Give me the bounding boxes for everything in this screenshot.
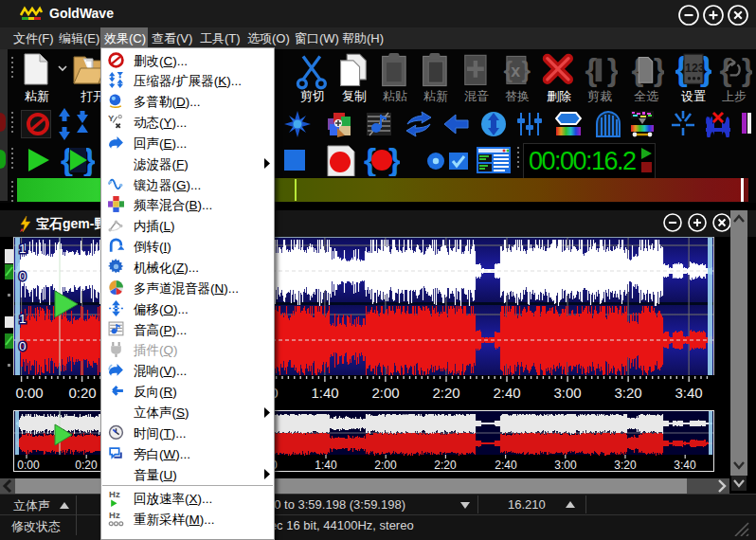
- svg-text:3:00: 3:00: [554, 459, 577, 472]
- svg-text:2:20: 2:20: [432, 385, 459, 401]
- svg-text:1:40: 1:40: [315, 459, 337, 472]
- svg-text:{: {: [719, 52, 731, 87]
- svg-text:123: 123: [685, 62, 705, 75]
- svg-text:1: 1: [19, 242, 27, 256]
- svg-text:1:40: 1:40: [311, 385, 338, 401]
- svg-text:}: }: [607, 52, 618, 87]
- svg-text:0:00: 0:00: [17, 459, 40, 472]
- svg-text:2:20: 2:20: [434, 459, 457, 472]
- svg-text:3:00: 3:00: [553, 385, 581, 401]
- svg-text:x: x: [511, 62, 520, 81]
- svg-text:0:20: 0:20: [68, 385, 96, 401]
- svg-text:{: {: [585, 52, 597, 87]
- svg-text:0: 0: [19, 269, 27, 283]
- svg-text:Hz: Hz: [109, 490, 120, 499]
- svg-text:1: 1: [19, 312, 27, 326]
- svg-text:0:20: 0:20: [75, 459, 98, 472]
- svg-text:2:40: 2:40: [493, 385, 520, 401]
- svg-text:}: }: [742, 52, 752, 87]
- svg-text:3:40: 3:40: [674, 459, 696, 472]
- svg-text:Hz: Hz: [109, 511, 120, 520]
- svg-text:2:40: 2:40: [495, 459, 517, 472]
- svg-text:3:20: 3:20: [614, 385, 641, 401]
- svg-text:}: }: [654, 52, 664, 87]
- svg-text:}: }: [521, 57, 531, 82]
- svg-text:0:00: 0:00: [15, 385, 43, 401]
- svg-text:0: 0: [19, 339, 27, 353]
- svg-text:2:00: 2:00: [371, 385, 399, 401]
- svg-text:2:00: 2:00: [374, 459, 397, 472]
- svg-text:3:20: 3:20: [614, 459, 637, 472]
- svg-text:3:40: 3:40: [675, 385, 702, 401]
